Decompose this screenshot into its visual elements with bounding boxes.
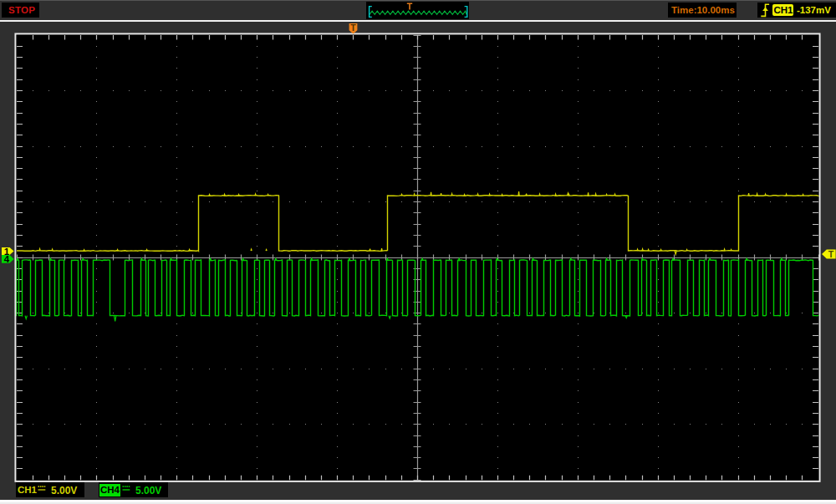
svg-text:T: T <box>350 23 356 33</box>
svg-text:4: 4 <box>4 254 10 264</box>
svg-text:T: T <box>828 249 834 259</box>
